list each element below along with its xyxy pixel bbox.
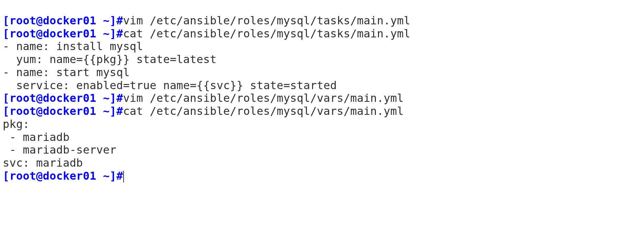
shell-command: cat /etc/ansible/roles/mysql/vars/main.y… — [123, 105, 404, 118]
output-line: pkg: — [3, 118, 30, 131]
terminal-line: [root@docker01 ~]#cat /etc/ansible/roles… — [3, 105, 404, 118]
cursor-icon — [123, 171, 124, 182]
output-line: - mariadb — [3, 131, 70, 144]
shell-command: vim /etc/ansible/roles/mysql/vars/main.y… — [123, 92, 404, 105]
output-line: - name: start mysql — [3, 66, 130, 79]
shell-prompt: [root@docker01 ~]# — [3, 27, 123, 40]
shell-prompt: [root@docker01 ~]# — [3, 105, 123, 118]
shell-command: vim /etc/ansible/roles/mysql/tasks/main.… — [123, 14, 410, 27]
output-line: - name: install mysql — [3, 40, 143, 53]
shell-command: cat /etc/ansible/roles/mysql/tasks/main.… — [123, 27, 410, 40]
output-line: service: enabled=true name={{svc}} state… — [3, 79, 337, 92]
terminal-line: [root@docker01 ~]#cat /etc/ansible/roles… — [3, 27, 410, 40]
output-line: - mariadb-server — [3, 143, 116, 156]
terminal-output[interactable]: [root@docker01 ~]#vim /etc/ansible/roles… — [0, 0, 644, 184]
terminal-line: [root@docker01 ~]#vim /etc/ansible/roles… — [3, 14, 410, 27]
terminal-line: [root@docker01 ~]#vim /etc/ansible/roles… — [3, 92, 404, 105]
terminal-line: [root@docker01 ~]# — [3, 169, 124, 182]
output-line: yum: name={{pkg}} state=latest — [3, 53, 217, 66]
shell-prompt: [root@docker01 ~]# — [3, 92, 123, 105]
shell-prompt: [root@docker01 ~]# — [3, 14, 123, 27]
shell-prompt: [root@docker01 ~]# — [3, 169, 123, 182]
output-line: svc: mariadb — [3, 156, 83, 169]
